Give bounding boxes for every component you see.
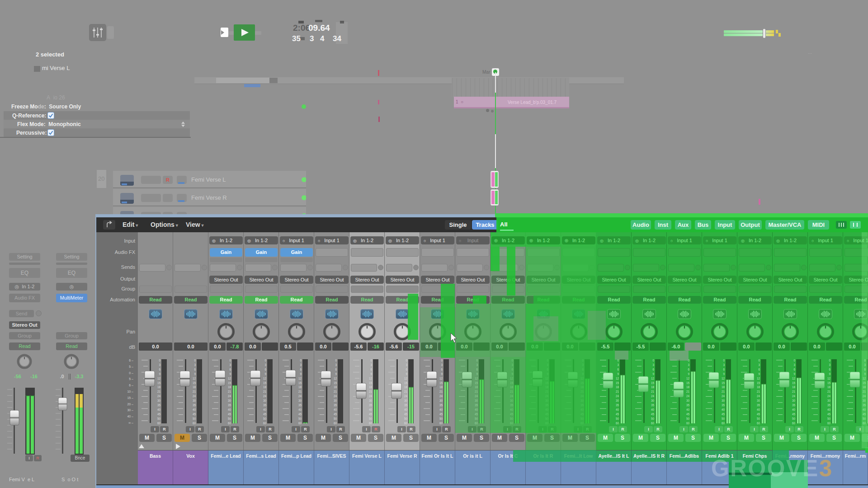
svg-text:0: 0 <box>652 359 654 362</box>
svg-text:30: 30 <box>334 399 337 402</box>
svg-text:21: 21 <box>193 390 196 393</box>
svg-text:12: 12 <box>651 377 655 380</box>
svg-text:60: 60 <box>263 422 267 425</box>
svg-text:30: 30 <box>157 399 161 402</box>
svg-text:40: 40 <box>263 408 267 411</box>
svg-text:3: 3 <box>829 363 830 366</box>
svg-text:30: 30 <box>263 399 267 402</box>
svg-text:45: 45 <box>193 413 196 416</box>
svg-text:9: 9 <box>300 372 302 375</box>
svg-text:30: 30 <box>686 399 690 402</box>
svg-text:18: 18 <box>404 385 408 389</box>
svg-text:50: 50 <box>404 417 408 420</box>
svg-text:50: 50 <box>439 417 443 420</box>
svg-text:15: 15 <box>722 381 725 385</box>
svg-text:45: 45 <box>792 413 796 416</box>
svg-text:18: 18 <box>298 385 302 389</box>
svg-text:60: 60 <box>827 422 831 425</box>
svg-text:18: 18 <box>369 385 373 389</box>
svg-text:0: 0 <box>723 359 725 362</box>
svg-text:15: 15 <box>228 381 231 385</box>
svg-text:18: 18 <box>827 385 831 389</box>
svg-text:6: 6 <box>229 368 231 371</box>
svg-text:15: 15 <box>616 381 619 385</box>
svg-text:21: 21 <box>827 390 831 393</box>
svg-text:18: 18 <box>193 385 196 389</box>
svg-text:6: 6 <box>758 368 760 371</box>
svg-text:45: 45 <box>228 413 231 416</box>
svg-text:0: 0 <box>758 359 760 362</box>
svg-text:45: 45 <box>757 413 760 416</box>
svg-text:35: 35 <box>616 404 619 407</box>
svg-text:9: 9 <box>758 372 760 375</box>
svg-text:60: 60 <box>757 422 760 425</box>
svg-text:6: 6 <box>617 368 619 371</box>
svg-text:40: 40 <box>193 408 196 411</box>
svg-text:18: 18 <box>263 385 267 389</box>
svg-text:50: 50 <box>686 417 690 420</box>
svg-text:40: 40 <box>369 408 373 411</box>
svg-text:50: 50 <box>651 417 655 420</box>
svg-text:12: 12 <box>334 377 337 380</box>
svg-text:40: 40 <box>298 408 302 411</box>
svg-text:24: 24 <box>827 394 831 398</box>
svg-text:15: 15 <box>404 381 408 385</box>
svg-text:50: 50 <box>722 417 725 420</box>
svg-text:0: 0 <box>159 359 160 362</box>
svg-text:30: 30 <box>757 399 760 402</box>
svg-text:30: 30 <box>616 399 619 402</box>
svg-text:9: 9 <box>617 372 619 375</box>
svg-text:30: 30 <box>651 399 655 402</box>
svg-text:12: 12 <box>404 377 408 380</box>
svg-text:18: 18 <box>334 385 337 389</box>
svg-text:60: 60 <box>439 422 443 425</box>
svg-text:50: 50 <box>228 417 231 420</box>
svg-text:30: 30 <box>369 399 373 402</box>
svg-text:24: 24 <box>757 394 760 398</box>
svg-text:0: 0 <box>194 359 196 362</box>
svg-text:0: 0 <box>793 359 795 362</box>
svg-text:21: 21 <box>369 390 373 393</box>
svg-text:30: 30 <box>228 399 231 402</box>
svg-text:12: 12 <box>157 377 161 380</box>
svg-text:6: 6 <box>688 368 689 371</box>
svg-text:40: 40 <box>722 408 725 411</box>
svg-text:30: 30 <box>439 399 443 402</box>
svg-text:18: 18 <box>686 385 690 389</box>
svg-text:24: 24 <box>616 394 619 398</box>
svg-text:45: 45 <box>404 413 408 416</box>
svg-text:40: 40 <box>334 408 337 411</box>
svg-text:24: 24 <box>334 394 337 398</box>
svg-text:45: 45 <box>369 413 373 416</box>
svg-text:21: 21 <box>651 390 655 393</box>
svg-text:12: 12 <box>228 377 231 380</box>
svg-text:45: 45 <box>651 413 655 416</box>
svg-text:35: 35 <box>263 404 267 407</box>
svg-text:35: 35 <box>722 404 725 407</box>
svg-text:15: 15 <box>263 381 267 385</box>
svg-text:0: 0 <box>406 359 407 362</box>
svg-text:15: 15 <box>157 381 161 385</box>
svg-text:6: 6 <box>793 368 795 371</box>
svg-text:35: 35 <box>651 404 655 407</box>
svg-text:40: 40 <box>827 408 831 411</box>
svg-text:3: 3 <box>406 363 407 366</box>
svg-text:24: 24 <box>651 394 655 398</box>
svg-text:30: 30 <box>298 399 302 402</box>
svg-text:50: 50 <box>193 417 196 420</box>
svg-text:24: 24 <box>439 394 443 398</box>
svg-text:35: 35 <box>228 404 231 407</box>
svg-text:12: 12 <box>722 377 725 380</box>
svg-text:24: 24 <box>686 394 690 398</box>
svg-text:21: 21 <box>439 390 443 393</box>
svg-text:0: 0 <box>370 359 372 362</box>
svg-text:60: 60 <box>228 422 231 425</box>
svg-text:60: 60 <box>369 422 373 425</box>
svg-text:50: 50 <box>334 417 337 420</box>
svg-text:18: 18 <box>651 385 655 389</box>
svg-text:21: 21 <box>228 390 231 393</box>
svg-text:35: 35 <box>298 404 302 407</box>
svg-text:35: 35 <box>369 404 373 407</box>
svg-text:6: 6 <box>370 368 372 371</box>
svg-text:12: 12 <box>439 377 443 380</box>
